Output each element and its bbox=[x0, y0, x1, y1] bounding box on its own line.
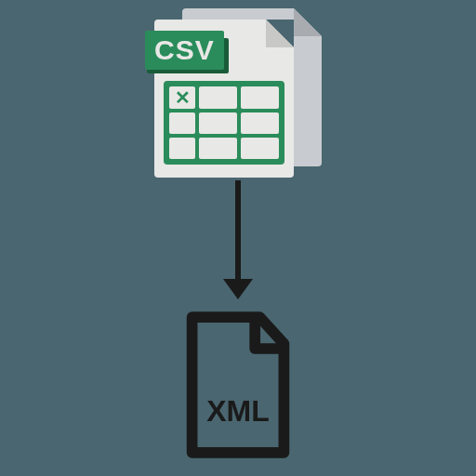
grid-cell bbox=[199, 86, 237, 109]
paper-fold bbox=[266, 20, 294, 47]
grid-cell bbox=[241, 86, 279, 109]
grid-cell bbox=[169, 112, 195, 134]
conversion-arrow-down-icon bbox=[235, 180, 241, 283]
grid-cell bbox=[241, 112, 279, 134]
grid-cell bbox=[199, 138, 237, 159]
csv-file-icon: CSV ✕ bbox=[154, 8, 322, 176]
csv-format-badge: CSV bbox=[145, 31, 224, 70]
grid-cell bbox=[199, 112, 237, 134]
grid-cell bbox=[241, 138, 279, 159]
file-outline-icon bbox=[178, 311, 298, 459]
spreadsheet-grid-icon: ✕ bbox=[164, 81, 284, 165]
cell-x-marker: ✕ bbox=[169, 86, 195, 109]
grid-cell bbox=[169, 138, 195, 159]
xml-format-label: XML bbox=[178, 394, 298, 429]
xml-file-icon: XML bbox=[178, 311, 298, 459]
